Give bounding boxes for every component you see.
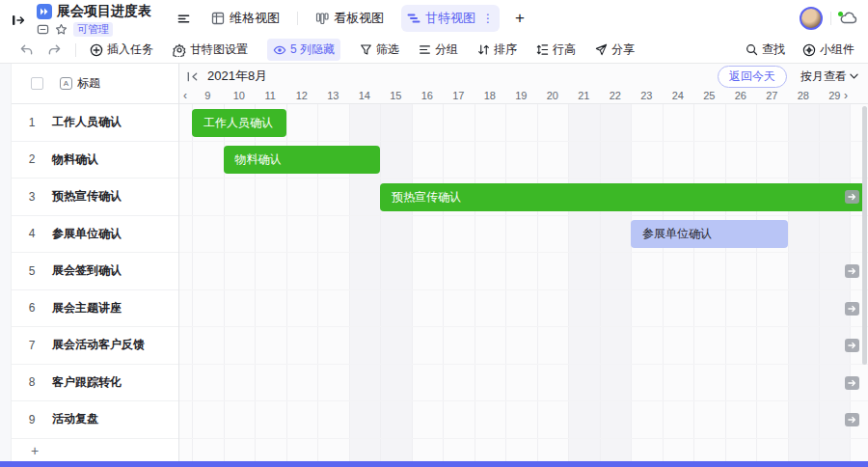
tab-label: 维格视图 (230, 10, 280, 27)
content-area: A 标题 1工作人员确认2物料确认3预热宣传确认4参展单位确认5展会签到确认6展… (0, 64, 868, 467)
grid-view-icon (211, 12, 225, 25)
description-icon[interactable] (37, 23, 49, 36)
day-tick: 15 (380, 89, 412, 103)
task-title-cell[interactable]: 工作人员确认 (52, 114, 122, 130)
table-row[interactable]: 5展会签到确认 (12, 253, 178, 290)
vertical-scrollbar[interactable] (862, 106, 867, 365)
task-title-cell[interactable]: 展会签到确认 (52, 262, 122, 279)
gantt-bar[interactable]: 工作人员确认 (192, 109, 286, 137)
sync-cloud-icon[interactable] (839, 11, 858, 26)
task-table-panel: A 标题 1工作人员确认2物料确认3预热宣传确认4参展单位确认5展会签到确认6展… (12, 64, 179, 467)
left-gutter (0, 64, 12, 467)
scroll-right-icon[interactable]: › (844, 89, 848, 103)
gantt-bar[interactable]: 物料确认 (224, 146, 381, 174)
tab-more-icon[interactable]: ⋮ (482, 12, 494, 25)
gantt-row (179, 327, 868, 365)
row-number: 6 (12, 301, 52, 315)
task-title-cell[interactable]: 物料确认 (52, 151, 98, 168)
tab-label: 看板视图 (334, 10, 384, 27)
jump-to-bar-arrow-icon[interactable] (845, 190, 859, 204)
table-row[interactable]: 8客户跟踪转化 (12, 365, 178, 402)
expand-directory-icon[interactable] (8, 10, 29, 31)
row-number: 8 (12, 375, 52, 389)
eye-icon (273, 43, 286, 57)
avatar[interactable] (800, 7, 823, 30)
funnel-icon (360, 43, 372, 56)
gantt-settings-button[interactable]: 甘特图设置 (173, 41, 248, 58)
select-all-checkbox[interactable] (31, 77, 43, 90)
filter-button[interactable]: 筛选 (360, 41, 399, 58)
collapse-left-icon[interactable] (186, 70, 199, 83)
task-title-cell[interactable]: 展会活动客户反馈 (52, 337, 145, 353)
gantt-row (179, 401, 868, 439)
add-row-button[interactable]: + (12, 439, 178, 462)
row-height-icon (536, 43, 549, 56)
gantt-bar[interactable]: 参展单位确认 (631, 220, 788, 248)
tab-grid-view[interactable]: 维格视图 (205, 5, 285, 32)
view-list-icon[interactable] (174, 9, 194, 29)
task-title-cell[interactable]: 展会主题讲座 (52, 300, 122, 316)
gantt-row (179, 253, 868, 290)
widget-icon (802, 43, 816, 57)
gantt-bar[interactable]: 预热宣传确认 (380, 183, 865, 211)
row-number: 3 (12, 190, 52, 204)
star-icon[interactable] (55, 23, 68, 36)
divider (75, 43, 76, 57)
day-tick: 14 (349, 89, 381, 103)
tab-label: 甘特视图 (425, 10, 475, 27)
gantt-body: 工作人员确认物料确认预热宣传确认参展单位确认 (179, 104, 868, 467)
jump-to-bar-arrow-icon[interactable] (845, 413, 859, 426)
hidden-fields-button[interactable]: 5 列隐藏 (267, 39, 340, 61)
task-title-cell[interactable]: 活动复盘 (52, 411, 98, 427)
insert-task-button[interactable]: 插入任务 (90, 41, 153, 58)
widgets-button[interactable]: 小组件 (802, 41, 854, 58)
row-number: 9 (12, 413, 52, 426)
jump-to-bar-arrow-icon[interactable] (845, 376, 859, 390)
task-title-cell[interactable]: 参展单位确认 (52, 226, 122, 242)
jump-to-bar-arrow-icon[interactable] (845, 302, 859, 316)
chevron-down-icon (850, 73, 858, 79)
title-column-header[interactable]: A 标题 (60, 75, 100, 92)
day-tick: 9 (192, 89, 224, 103)
task-title-cell[interactable]: 预热宣传确认 (52, 188, 122, 205)
group-button[interactable]: 分组 (419, 41, 458, 58)
table-row[interactable]: 1工作人员确认 (12, 104, 178, 142)
day-tick: 11 (255, 89, 286, 103)
jump-to-bar-arrow-icon[interactable] (845, 339, 859, 352)
table-row[interactable]: 9活动复盘 (12, 401, 178, 439)
table-row[interactable]: 2物料确认 (12, 142, 178, 179)
search-button[interactable]: 查找 (746, 41, 785, 58)
jump-to-bar-arrow-icon[interactable] (845, 264, 859, 278)
table-row[interactable]: 7展会活动客户反馈 (12, 327, 178, 365)
table-row[interactable]: 4参展单位确认 (12, 216, 178, 254)
row-height-button[interactable]: 行高 (536, 41, 576, 58)
undo-icon[interactable] (19, 43, 34, 56)
redo-icon[interactable] (47, 43, 62, 56)
plus-icon: + (31, 444, 39, 457)
task-title-cell[interactable]: 客户跟踪转化 (52, 374, 122, 391)
sort-icon (477, 43, 490, 56)
row-number: 7 (12, 339, 52, 352)
datasheet-icon (37, 4, 52, 19)
tab-kanban-view[interactable]: 看板视图 (310, 5, 390, 32)
day-tick: 16 (412, 89, 444, 103)
day-tick: 19 (505, 89, 537, 103)
scroll-left-icon[interactable]: ‹ (183, 89, 187, 103)
table-header: A 标题 (12, 64, 178, 104)
share-button[interactable]: 分享 (595, 41, 635, 58)
day-tick: 12 (286, 89, 318, 103)
circle-plus-icon (90, 43, 103, 57)
view-mode-dropdown[interactable]: 按月查看 (800, 69, 858, 85)
permission-badge: 可管理 (73, 22, 113, 37)
sort-button[interactable]: 排序 (477, 41, 517, 58)
day-tick: 26 (725, 89, 757, 103)
back-to-today-button[interactable]: 返回今天 (718, 66, 787, 88)
table-row[interactable]: 6展会主题讲座 (12, 290, 178, 328)
top-bar: 展会项目进度表 可管理 维格视图 看板视图 (0, 0, 868, 37)
table-row[interactable]: 3预热宣传确认 (12, 179, 178, 216)
tab-gantt-view[interactable]: 甘特视图 ⋮ (401, 5, 500, 32)
divider (297, 12, 298, 25)
gantt-toolbar: 插入任务 甘特图设置 5 列隐藏 筛选 分组 排序 行高 分享 (0, 37, 868, 64)
add-view-button[interactable]: + (511, 9, 529, 28)
horizontal-scrollbar[interactable] (0, 461, 868, 467)
